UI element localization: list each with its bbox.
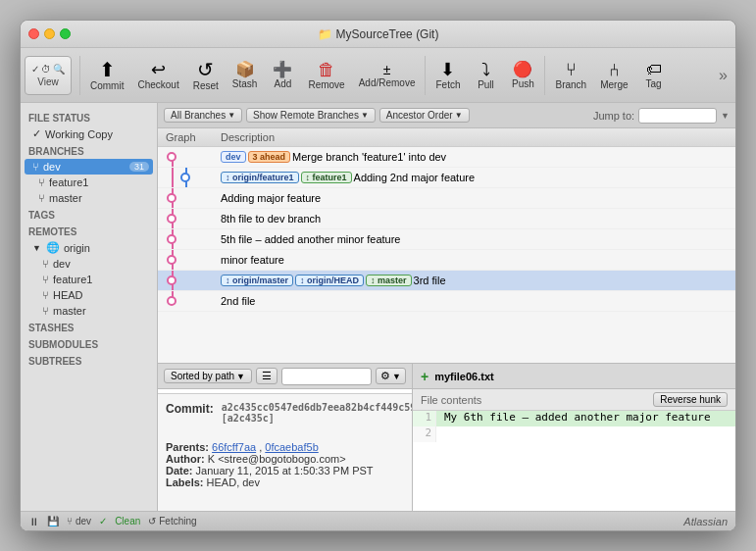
pull-button[interactable]: ⤵ Pull (468, 58, 503, 93)
checkout-button[interactable]: ↩ Checkout (131, 58, 184, 93)
branch-feature1-label: feature1 (49, 176, 88, 188)
add-remove-button[interactable]: ± Add/Remove (353, 60, 422, 91)
show-remote-button[interactable]: Show Remote Branches ▼ (246, 108, 376, 123)
graph-vis-6 (158, 250, 217, 270)
commit-header: Commit: a2c435cc0547ed6db7eea82b4cf449c5… (166, 402, 404, 437)
commit-button[interactable]: ⬆ Commit (84, 57, 129, 94)
sidebar-item-remotes-origin[interactable]: ▼ 🌐 origin (21, 239, 157, 256)
graph-row[interactable]: ↕ origin/master ↕ origin/HEAD ↕ master 3… (158, 271, 735, 291)
stash-button[interactable]: 📦 Stash (227, 59, 264, 92)
graph-col-header: Graph (158, 130, 217, 144)
jump-to-input[interactable] (638, 108, 717, 124)
graph-row[interactable]: 5th file – added another minor feature (158, 229, 735, 250)
show-remote-label: Show Remote Branches (253, 110, 359, 121)
ancestor-order-button[interactable]: Ancestor Order ▼ (379, 108, 470, 123)
add-icon: ➕ (273, 62, 292, 77)
push-button[interactable]: 🔴 Push (505, 59, 540, 92)
reset-button[interactable]: ↺ Reset (187, 57, 225, 94)
settings-button[interactable]: ⚙ ▼ (376, 368, 406, 384)
graph-vis-1 (158, 147, 217, 167)
author-line: Author: K <stree@bogotobogo.com> (166, 453, 404, 465)
graph-row[interactable]: minor feature (158, 250, 735, 271)
graph-vis-4 (158, 209, 217, 228)
graph-row[interactable]: dev 3 ahead Merge branch 'feature1' into… (158, 147, 735, 168)
commit-info: Commit: a2c435cc0547ed6db7eea82b4cf449c5… (158, 393, 412, 511)
add-button[interactable]: ➕ Add (265, 59, 300, 92)
reset-icon: ↺ (197, 60, 214, 79)
file-search-input[interactable] (281, 368, 372, 385)
sidebar-item-remote-feature1[interactable]: ⑂ feature1 (21, 272, 157, 287)
pull-icon: ⤵ (481, 61, 490, 78)
graph-commit-msg-5: 5th file – added another minor feature (221, 233, 400, 245)
working-copy-label: Working Copy (45, 128, 113, 140)
list-view-button[interactable]: ☰ (256, 368, 277, 384)
all-branches-arrow-icon: ▼ (227, 111, 235, 120)
expand-arrow-icon: ▼ (32, 243, 41, 253)
all-branches-button[interactable]: All Branches ▼ (164, 108, 242, 123)
graph-desc-5: 5th file – added another minor feature (217, 231, 735, 247)
graph-row[interactable]: 8th file to dev branch (158, 209, 735, 229)
merge-button[interactable]: ⑃ Merge (594, 58, 633, 93)
graph-commit-msg-6: minor feature (221, 254, 284, 266)
parent2-link[interactable]: 0fcaebaf5b (265, 441, 318, 453)
line-number-1: 1 (413, 411, 436, 426)
sidebar-item-working-copy[interactable]: ✓ Working Copy (21, 125, 157, 142)
remote-dev-label: dev (53, 258, 71, 270)
sidebar-item-branch-feature1[interactable]: ⑂ feature1 (21, 175, 157, 190)
minimize-button[interactable] (44, 28, 55, 39)
origin-icon: 🌐 (46, 241, 60, 254)
view-icons: ✓ ⏱ 🔍 (31, 64, 65, 75)
graph-commit-msg-7: 3rd file (414, 275, 446, 286)
diff-content-header: File contents Reverse hunk (413, 389, 735, 411)
graph-vis-8 (158, 291, 217, 311)
sidebar-item-remote-master[interactable]: ⑂ master (21, 303, 157, 319)
sidebar-item-branch-dev[interactable]: ⑂ dev 31 (25, 159, 153, 175)
graph-vis-2 (158, 168, 217, 187)
remove-button[interactable]: 🗑 Remove (302, 58, 350, 93)
push-label: Push (512, 78, 534, 89)
stash-label: Stash (232, 78, 258, 89)
tag-button[interactable]: 🏷 Tag (636, 59, 672, 92)
fetch-label: Fetch (435, 79, 460, 90)
graph-vis-7 (158, 271, 217, 290)
status-left-icon: ⏸ (28, 516, 39, 527)
graph-row[interactable]: 2nd file (158, 291, 735, 312)
tag-ahead-badge: 3 ahead (248, 151, 291, 163)
graph-commit-msg-8: 2nd file (221, 295, 255, 307)
remove-label: Remove (308, 79, 344, 90)
commit-icon: ⬆ (99, 60, 116, 79)
graph-row[interactable]: Adding major feature (158, 188, 735, 209)
fetch-button[interactable]: ⬇ Fetch (429, 58, 466, 93)
main-window: 📁 MySourceTree (Git) ✓ ⏱ 🔍 View ⬆ Commit… (20, 20, 736, 531)
sort-button[interactable]: Sorted by path ▼ (164, 369, 252, 383)
sidebar-item-branch-master[interactable]: ⑂ master (21, 190, 157, 206)
branch-button[interactable]: ⑂ Branch (549, 58, 592, 93)
file-list-pane: Sorted by path ▼ ☰ ⚙ ▼ (158, 364, 413, 511)
sidebar-item-remote-head[interactable]: ⑂ HEAD (21, 287, 157, 303)
maximize-button[interactable] (60, 28, 71, 39)
spinner-icon: ↺ (148, 516, 156, 526)
diff-pane: + myfile06.txt File contents Reverse hun… (413, 364, 735, 511)
fetch-icon: ⬇ (440, 61, 455, 78)
all-branches-label: All Branches (171, 110, 226, 121)
gear-icon: ⚙ (380, 370, 390, 382)
status-save-icon: 💾 (47, 516, 59, 526)
checkout-icon: ↩ (151, 61, 166, 78)
close-button[interactable] (28, 28, 39, 39)
main-area: FILE STATUS ✓ Working Copy BRANCHES ⑂ de… (21, 103, 735, 511)
view-button[interactable]: ✓ ⏱ 🔍 View (25, 56, 72, 95)
origin-label: origin (64, 242, 90, 254)
pull-label: Pull (478, 79, 494, 90)
sidebar-item-remote-dev[interactable]: ⑂ dev (21, 256, 157, 272)
author-label: Author: (166, 453, 208, 465)
graph-row[interactable]: ↕ origin/feature1 ↕ feature1 Adding 2nd … (158, 168, 735, 188)
commit-label-text: Commit: (166, 402, 214, 416)
toolbar-separator-2 (425, 56, 426, 95)
reverse-hunk-button[interactable]: Reverse hunk (653, 392, 728, 407)
remote-feature1-label: feature1 (53, 274, 92, 285)
overflow-button[interactable]: » (715, 63, 731, 88)
parent1-link[interactable]: 66fcff7aa (212, 441, 256, 453)
content-area: All Branches ▼ Show Remote Branches ▼ An… (158, 103, 735, 511)
branch-icon-status: ⑂ (67, 516, 73, 526)
merge-icon: ⑃ (609, 61, 620, 78)
